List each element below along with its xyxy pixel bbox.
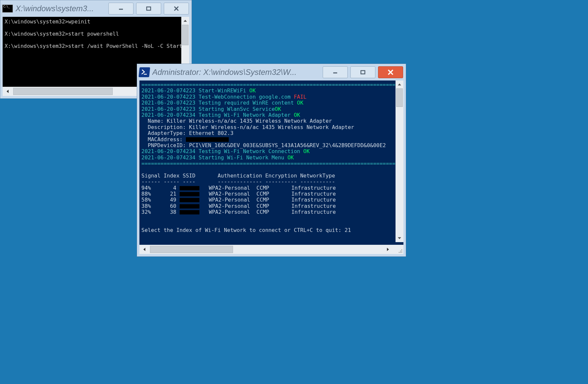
log-status: OK: [303, 148, 309, 154]
prompt-input-value[interactable]: 21: [345, 227, 351, 233]
log-status: FAIL: [294, 94, 307, 100]
scroll-left-icon[interactable]: [3, 87, 13, 96]
cmd-line: X:\windows\system32>wpeinit: [5, 19, 187, 25]
close-button[interactable]: [164, 3, 189, 15]
scroll-down-icon[interactable]: [396, 234, 403, 242]
log-message: Start-WinREWiFi: [195, 87, 250, 94]
adapter-value: PCI\VEN_168C&DEV_003E&SUBSYS_143A1A56&RE…: [189, 142, 386, 148]
minimize-button[interactable]: [108, 3, 133, 15]
minimize-button[interactable]: [323, 66, 348, 78]
wifi-encryption: CCMP: [256, 203, 291, 209]
hscroll-thumb[interactable]: [13, 88, 113, 95]
ps-titlebar[interactable]: Administrator: X:\windows\System32\W...: [137, 64, 406, 80]
wifi-table-row: 32% 38 WPA2-Personal CCMP Infrastructure: [141, 209, 401, 215]
scroll-thumb[interactable]: [182, 25, 189, 45]
hscroll-thumb[interactable]: [150, 246, 233, 253]
cmd-window-controls: [108, 3, 191, 15]
resize-grip-icon[interactable]: [394, 245, 403, 254]
log-message: Testing Wi-Fi Network Connection: [195, 148, 304, 154]
adapter-value: Killer Wireless-n/a/ac 1435 Wireless Net…: [167, 118, 332, 124]
cmd-line: X:\windows\system32>start /wait PowerShe…: [5, 43, 187, 49]
log-timestamp: 2021-06-20-074234: [141, 148, 195, 154]
wifi-index: 4: [161, 185, 180, 191]
log-status: OK: [297, 100, 303, 106]
svg-point-9: [401, 249, 402, 250]
log-status: OK: [250, 87, 256, 94]
log-status: OK: [287, 154, 294, 161]
log-timestamp: 2021-06-20-074234: [141, 154, 195, 161]
cmd-command: start /wait PowerShell -NoL -C Start-Win…: [68, 43, 189, 49]
adapter-label: PNPDeviceID:: [141, 142, 189, 148]
wifi-auth: WPA2-Personal: [209, 203, 257, 209]
scroll-thumb[interactable]: [396, 88, 403, 107]
cmd-command: start powershell: [68, 31, 119, 37]
wifi-select-prompt[interactable]: Select the Index of Wi-Fi Network to con…: [141, 227, 401, 233]
scroll-up-icon[interactable]: [181, 17, 189, 25]
close-button[interactable]: [378, 66, 403, 78]
adapter-label: AdapterType:: [141, 130, 189, 136]
wifi-encryption: CCMP: [256, 185, 291, 191]
cmd-prompt: X:\windows\system32>: [5, 31, 68, 37]
svg-rect-6: [361, 71, 365, 74]
log-status: OK: [275, 106, 281, 112]
log-timestamp: 2021-06-20-074223: [141, 100, 195, 106]
divider-line: ========================================…: [141, 82, 401, 88]
svg-point-14: [401, 252, 402, 253]
svg-point-12: [399, 252, 399, 253]
log-message: Starting Wi-Fi Network Menu: [195, 154, 287, 161]
scroll-right-icon[interactable]: [383, 245, 393, 254]
cmd-command: wpeinit: [68, 18, 90, 25]
adapter-info-line: AdapterType: Ethernet 802.3: [141, 130, 401, 136]
log-status: OK: [294, 112, 300, 118]
wifi-index: 21: [161, 191, 180, 197]
wifi-auth: WPA2-Personal: [209, 209, 257, 215]
redacted-ssid: [180, 186, 199, 190]
wifi-signal: 94%: [141, 185, 161, 191]
ps-output: ========================================…: [141, 82, 401, 234]
wifi-signal: 32%: [141, 209, 161, 215]
adapter-mac-line: MACAddress:: [141, 137, 401, 143]
wifi-table-header: Signal Index SSID Authentication Encrypt…: [141, 173, 401, 179]
log-timestamp: 2021-06-20-074223: [141, 87, 195, 94]
wifi-networktype: Infrastructure: [291, 197, 336, 203]
wifi-index: 38: [161, 209, 180, 215]
redacted-ssid: [180, 192, 199, 196]
cmd-titlebar[interactable]: X:\windows\system3...: [0, 0, 191, 17]
scroll-up-icon[interactable]: [396, 80, 403, 88]
wifi-table-row: 94% 4 WPA2-Personal CCMP Infrastructure: [141, 185, 401, 191]
wifi-index: 60: [161, 203, 180, 209]
log-message: Testing Wi-Fi Network Adapter: [195, 112, 294, 118]
maximize-button[interactable]: [350, 66, 375, 78]
ps-horizontal-scrollbar[interactable]: [139, 245, 403, 254]
divider-line: ========================================…: [141, 161, 401, 167]
svg-point-13: [400, 252, 401, 253]
redacted-ssid: [180, 210, 199, 214]
scroll-left-icon[interactable]: [139, 245, 149, 254]
wifi-signal: 38%: [141, 203, 161, 209]
ps-window-title: Administrator: X:\windows\System32\W...: [152, 68, 320, 77]
adapter-info-line: Name: Killer Wireless-n/a/ac 1435 Wirele…: [141, 118, 401, 124]
blank-line: [141, 221, 401, 227]
wifi-table-row: 88% 21 WPA2-Personal CCMP Infrastructure: [141, 191, 401, 197]
wifi-signal: 88%: [141, 191, 161, 197]
ps-window-controls: [323, 66, 406, 78]
log-timestamp: 2021-06-20-074234: [141, 112, 195, 118]
log-line: 2021-06-20-074234 Starting Wi-Fi Network…: [141, 155, 401, 161]
log-line: 2021-06-20-074223 Test-WebConnection goo…: [141, 94, 401, 100]
blank-line: [5, 37, 187, 43]
powershell-icon: [139, 67, 150, 78]
wifi-networktype: Infrastructure: [291, 209, 336, 215]
adapter-value: Ethernet 802.3: [189, 130, 234, 136]
log-timestamp: 2021-06-20-074223: [141, 106, 195, 112]
log-line: 2021-06-20-074223 Start-WinREWiFi OK: [141, 88, 401, 94]
wifi-signal: 58%: [141, 197, 161, 203]
ps-terminal-content[interactable]: ========================================…: [139, 80, 403, 245]
svg-rect-1: [147, 7, 151, 10]
maximize-button[interactable]: [136, 3, 161, 15]
redacted-ssid: [180, 198, 199, 202]
ps-vertical-scrollbar[interactable]: [396, 80, 403, 242]
wifi-auth: WPA2-Personal: [209, 197, 257, 203]
wifi-networktype: Infrastructure: [291, 185, 336, 191]
redacted-ssid: [180, 204, 199, 208]
powershell-window: Administrator: X:\windows\System32\W... …: [137, 64, 406, 257]
